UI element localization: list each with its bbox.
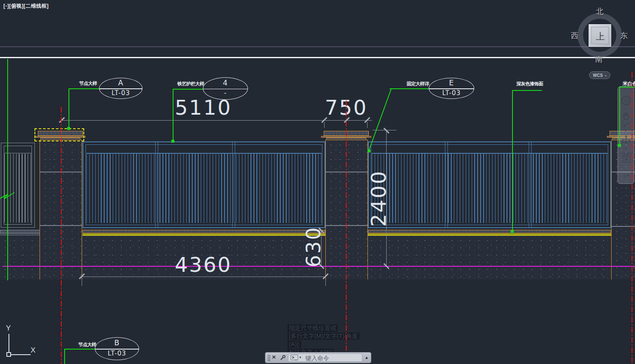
- finish-label-gray-paint: 深灰色漆饰面: [516, 81, 543, 87]
- dim-text-4360[interactable]: 4360: [164, 253, 242, 276]
- callout-b-label: 节点大样: [78, 341, 96, 348]
- callout-e-sheet: LT-03: [429, 89, 474, 97]
- showmotion-icon[interactable]: [621, 152, 632, 164]
- ucs-x-axis: [9, 354, 31, 355]
- callout-a-label: 节点大样: [79, 80, 97, 87]
- callout-e-label: 固定大样详: [407, 81, 429, 87]
- navbar-menu-icon[interactable]: ⊖▾: [624, 174, 629, 177]
- upper-thin-line[interactable]: [0, 46, 635, 47]
- viewcube-east[interactable]: 东: [620, 31, 628, 41]
- dim-text-2400[interactable]: 2400: [367, 168, 390, 229]
- fence-panel-1-divider-post-2: [232, 141, 235, 228]
- callout-e-code: E: [429, 79, 474, 87]
- leader-a-horizontal[interactable]: [68, 88, 99, 89]
- navbar-caret-icon[interactable]: ▾: [625, 147, 626, 150]
- pan-hand-icon[interactable]: [622, 111, 630, 121]
- command-bar[interactable]: ✕ >_ ▾ ▲: [265, 352, 371, 363]
- gray-rail-line-1: [0, 234, 40, 234]
- viewcube[interactable]: 北 西 东 南 上: [570, 0, 635, 68]
- white-wall-top-line[interactable]: [0, 57, 635, 58]
- ucs-x-label: X: [31, 346, 35, 355]
- leader-beige-horizontal[interactable]: [619, 87, 635, 87]
- command-history-line: [多行文字(M)/文字(T)/角度: [288, 333, 359, 340]
- customize-wrench-icon[interactable]: [279, 355, 286, 361]
- callout-a-sheet: LT-03: [99, 89, 142, 97]
- pillar-e-joint-1: [326, 172, 367, 172]
- cad-canvas[interactable]: 5110 750 2400 630 4360 指定尺寸线位置或 [多行文字(M)…: [0, 0, 635, 364]
- fence-panel-2-bottom-rail: [368, 230, 611, 233]
- leader-rail-endpoint: [171, 140, 174, 143]
- callout-rail-code: 4: [203, 79, 248, 87]
- callout-b-sheet: LT-03: [95, 350, 139, 357]
- break-symbol: [0, 191, 18, 202]
- centerline-pillar-right[interactable]: [632, 72, 632, 364]
- leader-graypaint-vertical: [512, 90, 513, 231]
- navigation-wheel-icon[interactable]: [621, 95, 632, 106]
- close-icon[interactable]: ✕: [272, 354, 276, 360]
- dim-text-630[interactable]: 630: [303, 226, 324, 268]
- ucs-icon[interactable]: Y X: [0, 321, 43, 363]
- dim-line-top[interactable]: [61, 120, 372, 121]
- leader-beige-vertical: [619, 87, 620, 145]
- chevron-down-icon[interactable]: ▾: [299, 356, 301, 359]
- wcs-caret-icon: ▿: [605, 74, 607, 78]
- leader-rail-vertical: [173, 89, 174, 141]
- fence-panel-2-divider-post-1: [445, 141, 448, 228]
- viewport-controls[interactable]: [-][俯视][二维线框]: [3, 3, 48, 10]
- leader-a-vertical: [68, 88, 69, 128]
- callout-rail-sheet: -: [203, 89, 248, 97]
- fence-panel-1-yellow-line-2: [83, 235, 325, 236]
- callout-a-code: A: [99, 79, 142, 87]
- command-input-field[interactable]: >_ ▾: [288, 353, 362, 362]
- navbar-caret-icon[interactable]: ▾: [625, 107, 626, 111]
- pillar-e-body[interactable]: [325, 140, 368, 279]
- boundary-line-left[interactable]: [7, 59, 8, 280]
- command-history: 指定尺寸线位置或 [多行文字(M)/文字(T)/角度 (A)]: 标注文字 = …: [288, 324, 373, 356]
- gray-fence-balusters: [4, 154, 31, 223]
- leader-e-horizontal[interactable]: [390, 88, 429, 89]
- leader-beige-endpoint: [618, 144, 621, 147]
- navbar-caret-icon[interactable]: ▾: [625, 129, 626, 133]
- leader-b-vertical: [64, 349, 65, 364]
- fence-panel-1-balusters: [86, 154, 322, 223]
- command-bar-grip[interactable]: [268, 355, 271, 361]
- command-input[interactable]: [305, 354, 362, 362]
- command-history-line: 指定尺寸线位置或: [288, 324, 338, 332]
- callout-b-code: B: [95, 339, 139, 347]
- command-expand-icon[interactable]: ▲: [364, 355, 369, 360]
- fence-panel-2-yellow-line-1: [368, 234, 611, 234]
- wcs-dropdown[interactable]: WCS ▿: [589, 71, 610, 79]
- dim-line-4360[interactable]: [82, 277, 325, 277]
- leader-graypaint-horizontal[interactable]: [512, 90, 542, 91]
- viewcube-north[interactable]: 北: [596, 6, 604, 17]
- dim-ext-stub-4: [82, 279, 82, 286]
- viewcube-top-face-label: 上: [589, 31, 612, 42]
- pillar-e-joint-2: [326, 225, 367, 226]
- detail-selection-box[interactable]: [34, 128, 84, 141]
- fence-panel-2-yellow-line-2: [368, 235, 611, 236]
- fence-panel-1-bottom-rail: [83, 230, 325, 233]
- leader-rail-horizontal[interactable]: [173, 89, 203, 90]
- viewcube-top-face[interactable]: 上: [589, 24, 611, 47]
- gray-rail-line-2: [0, 235, 40, 235]
- fence-panel-2-balusters: [372, 154, 607, 223]
- gray-fence-toprail-line: [4, 153, 31, 153]
- leader-b-horizontal[interactable]: [64, 349, 95, 350]
- dim-ext-stub-1: [324, 122, 325, 128]
- viewcube-west[interactable]: 西: [571, 31, 578, 41]
- ucs-origin-box: [6, 352, 11, 357]
- viewcube-south[interactable]: 南: [595, 54, 603, 65]
- gray-bottom-rail: [0, 230, 40, 233]
- zoom-icon[interactable]: [622, 121, 630, 128]
- fence-panel-2-divider-post-2: [529, 141, 532, 228]
- fence-panel-1-divider-post-1: [155, 141, 158, 228]
- centerline-pillar-a[interactable]: [61, 107, 62, 364]
- ucs-y-label: Y: [6, 324, 11, 333]
- centerline-pillar-e[interactable]: [346, 101, 347, 352]
- leader-e-diagonal: [367, 86, 393, 152]
- command-prompt-icon[interactable]: >_: [290, 355, 298, 360]
- wcs-label: WCS: [593, 73, 603, 78]
- fence-panel-1-yellow-line-1: [83, 234, 325, 234]
- orbit-icon[interactable]: [621, 134, 631, 146]
- leader-e-endpoint: [367, 150, 370, 152]
